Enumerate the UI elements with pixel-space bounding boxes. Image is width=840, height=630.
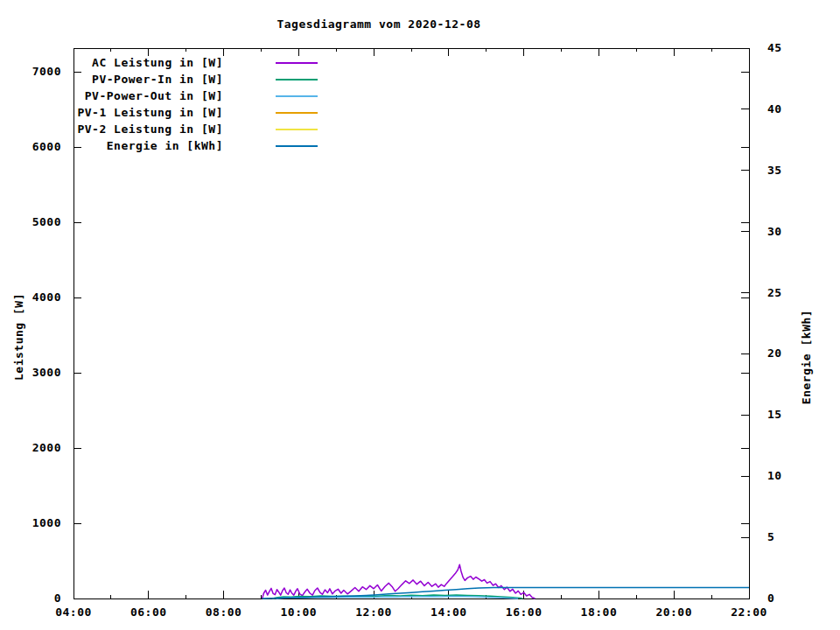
x-tick-label: 16:00 (506, 606, 542, 619)
x-tick-label: 20:00 (655, 606, 692, 619)
legend-label: PV-Power-In in [W] (92, 73, 223, 86)
x-tick-label: 06:00 (130, 606, 167, 619)
y-right-tick-label: 5 (767, 530, 774, 543)
y-left-tick-label: 2000 (32, 441, 61, 454)
y-left-tick-label: 3000 (32, 366, 61, 379)
y-left-tick-label: 7000 (32, 65, 61, 78)
x-tick-label: 18:00 (581, 606, 618, 619)
y-left-tick-label: 6000 (32, 140, 61, 153)
y-right-tick-label: 15 (767, 408, 782, 421)
y-right-tick-label: 10 (767, 469, 782, 482)
y-left-tick-label: 4000 (32, 290, 61, 304)
x-tick-label: 10:00 (281, 606, 318, 619)
legend-label: Energie in [kWh] (107, 139, 223, 152)
y-right-tick-label: 0 (767, 592, 774, 605)
y-right-tick-label: 20 (767, 346, 782, 360)
y-right-tick-label: 30 (767, 225, 782, 238)
legend-label: PV-2 Leistung in [W] (77, 122, 223, 136)
y-left-tick-label: 1000 (32, 516, 61, 529)
legend-label: PV-1 Leistung in [W] (77, 106, 223, 119)
y-left-tick-label: 0 (54, 592, 61, 605)
y-right-tick-label: 35 (767, 164, 782, 177)
y-right-tick-label: 45 (767, 41, 782, 54)
y-left-tick-label: 5000 (32, 215, 61, 228)
y-right-tick-label: 40 (767, 102, 782, 116)
y-right-tick-label: 25 (767, 286, 782, 299)
x-tick-label: 08:00 (206, 606, 242, 619)
x-tick-label: 12:00 (355, 606, 392, 619)
x-tick-label: 14:00 (430, 606, 467, 619)
plot-area: 04:0006:0008:0010:0012:0014:0016:0018:00… (0, 0, 840, 630)
legend-label: PV-Power-Out in [W] (85, 89, 223, 102)
gnuplot-chart: Tagesdiagramm vom 2020-12-08 Leistung [W… (0, 0, 840, 630)
legend-label: AC Leistung in [W] (92, 56, 223, 69)
x-tick-label: 04:00 (55, 606, 92, 619)
x-tick-label: 22:00 (731, 606, 767, 619)
